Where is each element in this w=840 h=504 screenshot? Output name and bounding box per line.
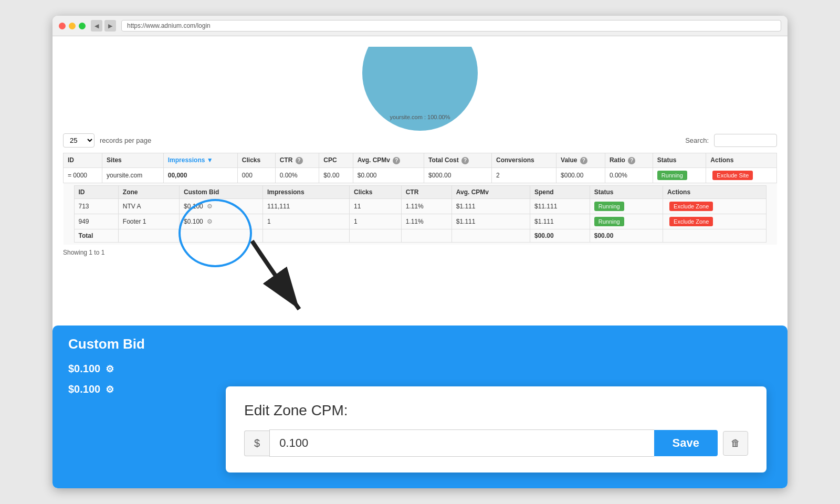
sub-cell-avg-cpmv-1: $1.111 [452, 198, 530, 214]
cell-avg-cpmv: $0.000 [353, 167, 424, 183]
col-ratio: Ratio ? [605, 153, 653, 168]
total-label: Total [74, 229, 118, 242]
nav-buttons: ◀ ▶ [91, 20, 116, 32]
page-size-select[interactable]: 25 50 100 [63, 133, 94, 148]
total-empty-1 [118, 229, 179, 242]
chart-area: yoursite.com : 100.00% [52, 36, 788, 141]
total-empty-4 [350, 229, 402, 242]
sub-cell-zone-2: Footer 1 [118, 214, 179, 229]
sub-cell-custom-bid-1: $0.100 ⚙ [180, 198, 263, 214]
sub-cell-spend-2: $1.111 [530, 214, 590, 229]
maximize-button-tl[interactable] [79, 23, 86, 29]
sub-cell-actions-2: Exclude Zone [663, 214, 766, 229]
browser-chrome: ◀ ▶ https://www.adnium.com/login [52, 16, 788, 36]
total-cost: $00.00 [530, 229, 590, 242]
sub-table-row-2: 949 Footer 1 $0.100 ⚙ 1 1 1.11% [74, 214, 766, 229]
sub-cell-status-2: Running [590, 214, 663, 229]
edit-zone-title: Edit Zone CPM: [244, 402, 748, 419]
col-impressions[interactable]: Impressions ▼ [163, 153, 237, 168]
col-avg-cpmv: Avg. CPMv ? [353, 153, 424, 168]
exclude-zone-button-1[interactable]: Exclude Zone [669, 202, 713, 211]
pagination-controls: 25 50 100 records per page Search: [63, 133, 777, 148]
sub-cell-clicks-2: 1 [350, 214, 402, 229]
col-value: Value ? [556, 153, 605, 168]
sub-cell-custom-bid-2: $0.100 ⚙ [180, 214, 263, 229]
sub-col-clicks: Clicks [350, 185, 402, 198]
minimize-button-tl[interactable] [69, 23, 76, 29]
dollar-prefix: $ [244, 430, 269, 456]
col-conversions: Conversions [492, 153, 556, 168]
traffic-lights [59, 23, 86, 29]
total-empty-5 [401, 229, 452, 242]
col-clicks: Clicks [237, 153, 275, 168]
sub-col-ctr: CTR [401, 185, 452, 198]
exclude-zone-button-2[interactable]: Exclude Zone [669, 217, 713, 226]
total-empty-3 [262, 229, 349, 242]
sub-table-row-1: 713 NTV A $0.100 ⚙ 111,111 11 1.11% [74, 198, 766, 214]
gear-icon-1[interactable]: ⚙ [207, 203, 213, 210]
cell-site: yoursite.com [102, 167, 164, 183]
col-cpc: CPC [319, 153, 353, 168]
back-button[interactable]: ◀ [91, 20, 102, 32]
sub-cell-clicks-1: 11 [350, 198, 402, 214]
sub-cell-id-2: 949 [74, 214, 118, 229]
delete-button[interactable]: 🗑 [723, 431, 748, 456]
sub-col-impressions: Impressions [262, 185, 349, 198]
sub-cell-impressions-1: 111,111 [262, 198, 349, 214]
cell-actions: Exclude Site [706, 167, 777, 183]
col-sites: Sites [102, 153, 164, 168]
sub-table-container: ID Zone Custom Bid Impressions Clicks CT… [64, 183, 777, 245]
cell-id: = 0000 [64, 167, 102, 183]
custom-bid-value-2: $0.100 [68, 383, 100, 395]
sub-running-button-2[interactable]: Running [594, 217, 624, 226]
sub-col-avg-cpmv: Avg. CPMv [452, 185, 530, 198]
table-row: = 0000 yoursite.com 00,000 000 0.00% $0.… [64, 167, 777, 183]
cell-ctr: 0.00% [275, 167, 319, 183]
sub-col-spend: Spend [530, 185, 590, 198]
cell-conversions: 2 [492, 167, 556, 183]
showing-text: Showing 1 to 1 [63, 249, 777, 256]
cell-impressions: 00,000 [163, 167, 237, 183]
gear-icon-2[interactable]: ⚙ [207, 218, 213, 225]
sub-col-actions: Actions [663, 185, 766, 198]
sub-cell-ctr-2: 1.11% [401, 214, 452, 229]
cell-cpc: $0.00 [319, 167, 353, 183]
cell-value: $000.00 [556, 167, 605, 183]
total-row: Total $00.00 $00.0 [74, 229, 766, 242]
custom-bid-value-1: $0.100 [68, 363, 100, 375]
sub-col-id: ID [74, 185, 118, 198]
edit-zone-modal: Edit Zone CPM: $ Save 🗑 [226, 386, 766, 472]
total-empty-6 [452, 229, 530, 242]
col-actions: Actions [706, 153, 777, 168]
cell-total-cost: $000.00 [424, 167, 491, 183]
sub-cell-actions-1: Exclude Zone [663, 198, 766, 214]
cell-clicks: 000 [237, 167, 275, 183]
sub-running-button-1[interactable]: Running [594, 202, 624, 211]
sub-table: ID Zone Custom Bid Impressions Clicks CT… [74, 185, 766, 243]
custom-bid-gear-1[interactable]: ⚙ [106, 363, 114, 375]
save-button[interactable]: Save [654, 430, 718, 456]
col-id: ID [64, 153, 102, 168]
url-bar[interactable]: https://www.adnium.com/login [121, 20, 781, 32]
sub-col-custom-bid: Custom Bid [180, 185, 263, 198]
main-table: ID Sites Impressions ▼ Clicks CTR ? CPC … [63, 153, 777, 245]
close-button-tl[interactable] [59, 23, 66, 29]
custom-bid-title: Custom Bid [68, 336, 772, 352]
sub-col-zone: Zone [118, 185, 179, 198]
edit-zone-input-row: $ Save 🗑 [244, 429, 748, 457]
browser-window: ◀ ▶ https://www.adnium.com/login a d n i… [52, 16, 788, 488]
custom-bid-gear-2[interactable]: ⚙ [106, 384, 114, 395]
search-label: Search: [685, 136, 709, 144]
exclude-site-button[interactable]: Exclude Site [712, 171, 753, 180]
cpm-input[interactable] [269, 429, 654, 457]
col-ctr: CTR ? [275, 153, 319, 168]
pie-chart-label: yoursite.com : 100.00% [390, 114, 450, 120]
running-status-button[interactable]: Running [657, 171, 687, 180]
search-input[interactable] [714, 134, 777, 147]
col-status: Status [653, 153, 706, 168]
total-empty-2 [180, 229, 263, 242]
total-spend: $00.00 [590, 229, 663, 242]
total-empty-7 [663, 229, 766, 242]
records-per-page-label: records per page [100, 136, 151, 144]
forward-button[interactable]: ▶ [104, 20, 116, 32]
